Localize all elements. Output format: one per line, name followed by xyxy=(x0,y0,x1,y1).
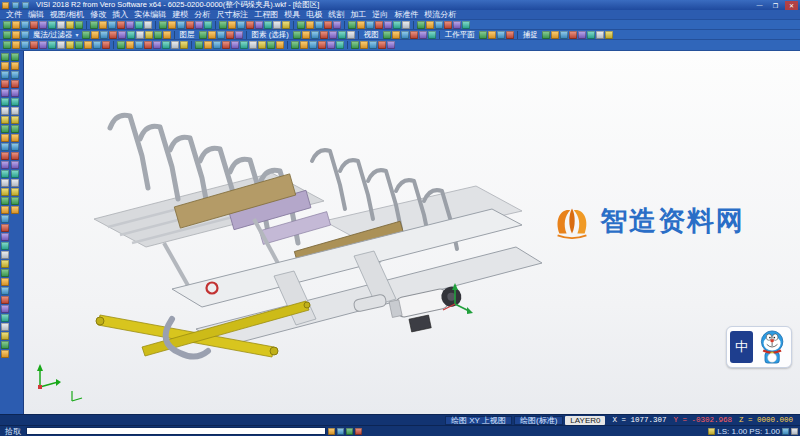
toolbar-icon[interactable] xyxy=(506,31,514,39)
toolbar-icon[interactable] xyxy=(587,31,595,39)
menu-item[interactable]: 加工 xyxy=(347,9,369,20)
toolbar-icon[interactable] xyxy=(569,31,577,39)
toolbar-icon[interactable] xyxy=(453,21,461,29)
toolbar-icon[interactable] xyxy=(578,31,586,39)
toolbar-icon[interactable] xyxy=(153,41,161,49)
toolbar-icon[interactable] xyxy=(235,31,243,39)
toolbar-icon[interactable] xyxy=(117,21,125,29)
toolbar-icon[interactable] xyxy=(338,31,346,39)
toolbar-icon[interactable] xyxy=(231,41,239,49)
toolbar-icon[interactable] xyxy=(302,31,310,39)
toolbar-icon[interactable] xyxy=(282,21,290,29)
toolbar-icon[interactable] xyxy=(249,41,257,49)
toolbar-icon[interactable] xyxy=(11,125,19,133)
toolbar-icon[interactable] xyxy=(30,41,38,49)
status-tool-icon[interactable] xyxy=(337,428,344,435)
toolbar-icon[interactable] xyxy=(351,41,359,49)
toolbar-icon[interactable] xyxy=(1,224,9,232)
toolbar-icon[interactable] xyxy=(48,41,56,49)
menu-item[interactable]: 工程图 xyxy=(251,9,281,20)
toolbar-icon[interactable] xyxy=(1,332,9,340)
toolbar-icon[interactable] xyxy=(309,41,317,49)
toolbar-icon[interactable] xyxy=(11,161,19,169)
toolbar-icon[interactable] xyxy=(1,98,9,106)
toolbar-icon[interactable] xyxy=(324,21,332,29)
toolbar-icon[interactable] xyxy=(135,21,143,29)
toolbar-icon[interactable] xyxy=(162,41,170,49)
toolbar-icon[interactable] xyxy=(560,31,568,39)
menu-item[interactable]: 模流分析 xyxy=(421,9,459,20)
toolbar-icon[interactable] xyxy=(1,53,9,61)
toolbar-icon[interactable] xyxy=(1,323,9,331)
toolbar-icon[interactable] xyxy=(347,31,355,39)
toolbar-icon[interactable] xyxy=(159,21,167,29)
toolbar-icon[interactable] xyxy=(1,134,9,142)
toolbar-icon[interactable] xyxy=(144,21,152,29)
toolbar-icon[interactable] xyxy=(435,21,443,29)
toolbar-icon[interactable] xyxy=(1,206,9,214)
toolbar-icon[interactable] xyxy=(102,41,110,49)
toolbar-icon[interactable] xyxy=(11,107,19,115)
toolbar-icon[interactable] xyxy=(237,21,245,29)
toolbar-icon[interactable] xyxy=(596,31,604,39)
toolbar-icon[interactable] xyxy=(163,31,171,39)
toolbar-icon[interactable] xyxy=(1,62,9,70)
toolbar-icon[interactable] xyxy=(11,80,19,88)
toolbar-icon[interactable] xyxy=(497,31,505,39)
menu-item[interactable]: 尺寸标注 xyxy=(213,9,251,20)
toolbar-icon[interactable] xyxy=(384,21,392,29)
toolbar-icon[interactable] xyxy=(109,31,117,39)
toolbar-icon[interactable] xyxy=(426,21,434,29)
toolbar-icon[interactable] xyxy=(118,31,126,39)
toolbar-icon[interactable] xyxy=(1,350,9,358)
toolbar-icon[interactable] xyxy=(204,21,212,29)
toolbar-icon[interactable] xyxy=(11,170,19,178)
toolbar-icon[interactable] xyxy=(378,41,386,49)
toolbar-icon[interactable] xyxy=(154,31,162,39)
toolbar-icon[interactable] xyxy=(39,21,47,29)
toolbar-icon[interactable] xyxy=(383,31,391,39)
toolbar-icon[interactable] xyxy=(1,305,9,313)
toolbar-icon[interactable] xyxy=(11,152,19,160)
toolbar-icon[interactable] xyxy=(21,21,29,29)
command-input[interactable] xyxy=(26,427,326,435)
menu-item[interactable]: 分析 xyxy=(191,9,213,20)
maximize-button[interactable]: ❐ xyxy=(769,1,782,10)
toolbar-icon[interactable] xyxy=(1,71,9,79)
toolbar-icon[interactable] xyxy=(66,41,74,49)
toolbar-icon[interactable] xyxy=(11,134,19,142)
toolbar-icon[interactable] xyxy=(246,21,254,29)
toolbar-icon[interactable] xyxy=(180,41,188,49)
toolbar-icon[interactable] xyxy=(366,21,374,29)
menu-item[interactable]: 电极 xyxy=(303,9,325,20)
toolbar-icon[interactable] xyxy=(348,21,356,29)
toolbar-icon[interactable] xyxy=(93,41,101,49)
toolbar-icon[interactable] xyxy=(336,41,344,49)
toolbar-icon[interactable] xyxy=(219,21,227,29)
lightbulb-icon[interactable] xyxy=(708,428,715,435)
toolbar-icon[interactable] xyxy=(12,21,20,29)
toolbar-icon[interactable] xyxy=(145,31,153,39)
toolbar-icon[interactable] xyxy=(11,53,19,61)
toolbar-icon[interactable] xyxy=(30,21,38,29)
toolbar-icon[interactable] xyxy=(11,188,19,196)
toolbar-icon[interactable] xyxy=(1,314,9,322)
toolbar-icon[interactable] xyxy=(11,179,19,187)
toolbar-icon[interactable] xyxy=(57,21,65,29)
toolbar-icon[interactable] xyxy=(21,31,29,39)
mode-indicator[interactable]: 绘图(标准) xyxy=(514,416,563,425)
toolbar-icon[interactable] xyxy=(168,21,176,29)
toolbar-icon[interactable] xyxy=(1,260,9,268)
toolbar-icon[interactable] xyxy=(327,41,335,49)
toolbar-icon[interactable] xyxy=(126,41,134,49)
menu-item[interactable]: 修改 xyxy=(87,9,109,20)
toolbar-icon[interactable] xyxy=(84,41,92,49)
toolbar-icon[interactable] xyxy=(1,116,9,124)
toolbar-icon[interactable] xyxy=(204,41,212,49)
toolbar-icon[interactable] xyxy=(320,31,328,39)
toolbar-icon[interactable] xyxy=(1,251,9,259)
toolbar-icon[interactable] xyxy=(217,31,225,39)
menu-item[interactable]: 建模 xyxy=(169,9,191,20)
layer-indicator[interactable]: LAYER0 xyxy=(565,416,605,425)
toolbar-icon[interactable] xyxy=(117,41,125,49)
